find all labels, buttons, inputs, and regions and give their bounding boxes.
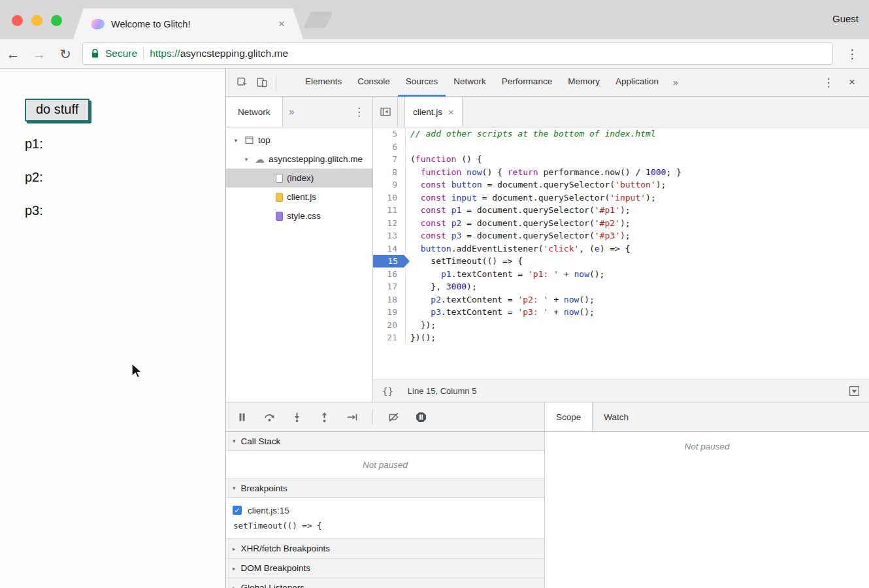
line-number[interactable]: 12 [373, 217, 406, 230]
line-number[interactable]: 5 [373, 127, 406, 140]
devtools-close-icon[interactable]: × [842, 76, 862, 89]
line-number[interactable]: 21 [373, 331, 406, 344]
xhr-fetch-breakpoints-header[interactable]: ▸XHR/fetch Breakpoints [226, 539, 544, 559]
code-text[interactable]: })(); [406, 331, 436, 344]
reload-button[interactable]: ↻ [52, 47, 78, 61]
global-listeners-header[interactable]: ▸Global Listeners [226, 578, 544, 588]
devtools-tab-application[interactable]: Application [608, 69, 666, 97]
line-number[interactable]: 9 [373, 178, 406, 191]
pretty-print-icon[interactable]: {} [382, 386, 393, 397]
mouse-cursor [131, 363, 144, 380]
minimize-window-button[interactable] [31, 15, 42, 26]
pause-on-exceptions-icon[interactable] [416, 412, 427, 423]
tree-item-client-js[interactable]: client.js [226, 188, 372, 206]
inspect-element-icon[interactable] [233, 73, 252, 91]
do-stuff-button[interactable]: do stuff [25, 99, 90, 122]
code-text[interactable]: // add other scripts at the bottom of in… [406, 127, 656, 140]
breakpoints-header[interactable]: ▾ Breakpoints [226, 479, 544, 498]
line-number[interactable]: 20 [373, 319, 406, 332]
forward-button[interactable]: → [26, 47, 52, 61]
cursor-position-label: Line 15, Column 5 [408, 386, 477, 396]
devtools-tab-memory[interactable]: Memory [560, 69, 608, 97]
collapsed-sections: ▸XHR/fetch Breakpoints▸DOM Breakpoints▸G… [226, 539, 544, 588]
line-number[interactable]: 10 [373, 191, 406, 204]
devtools-menu-icon[interactable]: ⋮ [818, 76, 839, 90]
navigator-menu-icon[interactable]: ⋮ [346, 97, 372, 127]
browser-toolbar: ← → ↻ Secure https://asyncstepping.glitc… [0, 39, 869, 69]
line-number[interactable]: 11 [373, 204, 406, 217]
deactivate-breakpoints-icon[interactable] [388, 412, 399, 423]
line-number[interactable]: 19 [373, 306, 406, 319]
code-editor[interactable]: 5// add other scripts at the bottom of i… [373, 127, 869, 380]
tree-item-style-css[interactable]: style.css [226, 206, 372, 225]
browser-menu-icon[interactable]: ⋮ [846, 46, 859, 61]
step-icon[interactable] [346, 412, 357, 423]
sidebar-tab-watch[interactable]: Watch [593, 402, 640, 431]
step-into-icon[interactable] [291, 412, 303, 423]
back-button[interactable]: ← [0, 47, 26, 61]
code-text[interactable]: function now() { return performance.now(… [406, 166, 681, 179]
code-text[interactable]: const button = document.querySelector('b… [406, 178, 666, 191]
devtools-tab-performance[interactable]: Performance [494, 69, 560, 97]
sidebar-tab-scope[interactable]: Scope [545, 402, 593, 431]
code-text[interactable]: const input = document.querySelector('in… [406, 191, 656, 204]
tab-close-icon[interactable]: × [278, 18, 285, 29]
dom-breakpoints-header[interactable]: ▸DOM Breakpoints [226, 559, 544, 578]
code-text[interactable]: const p2 = document.querySelector('#p2')… [406, 217, 631, 230]
code-text[interactable]: const p1 = document.querySelector('#p1')… [406, 204, 631, 217]
tree-item-top[interactable]: ▾top [226, 131, 372, 150]
zoom-window-button[interactable] [51, 15, 62, 26]
code-text[interactable]: p2.textContent = 'p2: ' + now(); [406, 293, 595, 306]
code-text[interactable]: (function () { [406, 153, 482, 166]
tree-item-asyncstepping-glitch-me[interactable]: ▾☁asyncstepping.glitch.me [226, 150, 372, 169]
line-number[interactable]: 8 [373, 166, 406, 179]
line-number[interactable]: 16 [373, 268, 406, 281]
step-over-icon[interactable] [264, 412, 275, 423]
devtools-tab-elements[interactable]: Elements [297, 69, 350, 97]
code-text[interactable]: }); [406, 319, 436, 332]
line-number[interactable]: 14 [373, 242, 406, 255]
glitch-favicon [91, 19, 105, 29]
step-out-icon[interactable] [319, 412, 330, 423]
tree-item-index[interactable]: (index) [226, 169, 372, 188]
code-text[interactable]: const p3 = document.querySelector('#p3')… [406, 229, 631, 242]
caret-down-icon[interactable]: ▾ [242, 156, 251, 163]
line-number[interactable]: 18 [373, 293, 406, 306]
code-text[interactable]: p3.textContent = 'p3: ' + now(); [406, 306, 595, 319]
call-stack-header[interactable]: ▾ Call Stack [226, 432, 544, 451]
code-text[interactable]: button.addEventListener('click', (e) => … [406, 242, 631, 255]
breakpoint-snippet[interactable]: setTimeout(() => { [233, 521, 538, 532]
line-number[interactable]: 7 [373, 153, 406, 166]
address-bar[interactable]: Secure https://asyncstepping.glitch.me [82, 42, 833, 65]
close-window-button[interactable] [12, 15, 23, 26]
code-text[interactable] [406, 140, 410, 154]
hide-navigator-icon[interactable] [373, 97, 398, 127]
code-text[interactable]: }, 3000); [406, 280, 477, 293]
navigator-tab-network[interactable]: Network [226, 97, 283, 127]
line-number[interactable]: 6 [373, 140, 406, 154]
toolbar-separator [372, 409, 373, 425]
device-toolbar-icon[interactable] [252, 73, 272, 91]
line-number[interactable]: 13 [373, 229, 406, 242]
editor-tab-close-icon[interactable]: × [448, 106, 454, 118]
new-tab-button[interactable] [303, 12, 333, 28]
code-text[interactable]: setTimeout(() => { [406, 255, 523, 268]
caret-down-icon[interactable]: ▾ [231, 137, 240, 144]
breakpoint-line-number[interactable]: 15 [373, 255, 410, 268]
editor-tab-client-js[interactable]: client.js × [404, 97, 463, 127]
code-line-18: 18 p2.textContent = 'p2: ' + now(); [373, 293, 869, 306]
devtools-panel: ElementsConsoleSourcesNetworkPerformance… [225, 69, 869, 588]
scope-tabs: ScopeWatch [545, 402, 869, 432]
pause-icon[interactable] [237, 412, 248, 423]
devtools-tab-console[interactable]: Console [350, 69, 398, 97]
browser-tab[interactable]: Welcome to Glitch! × [73, 8, 303, 39]
code-text[interactable]: p1.textContent = 'p1: ' + now(); [406, 268, 604, 281]
bottom-panel-toggle-icon[interactable] [849, 385, 860, 397]
line-number[interactable]: 17 [373, 280, 406, 293]
navigator-more-tabs-icon[interactable]: » [283, 97, 301, 127]
more-tabs-icon[interactable]: » [666, 77, 685, 88]
devtools-tab-network[interactable]: Network [446, 69, 494, 97]
code-line-19: 19 p3.textContent = 'p3: ' + now(); [373, 306, 869, 319]
breakpoint-checkbox[interactable]: ✓ [233, 506, 242, 515]
devtools-tab-sources[interactable]: Sources [398, 69, 446, 97]
